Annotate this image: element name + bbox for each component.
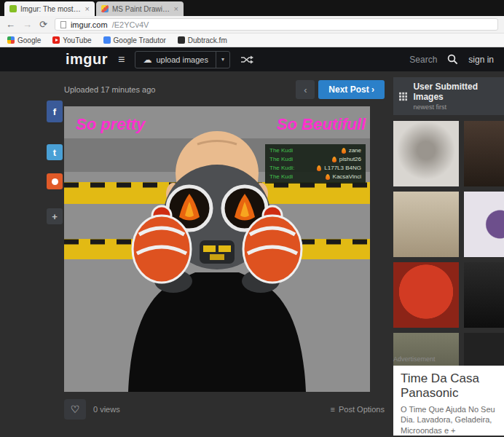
search-input[interactable]: Search	[409, 55, 437, 65]
site-header: imgur ≡ ☁ upload images ▾ Search sign in	[0, 47, 504, 71]
twitter-icon: t	[53, 147, 56, 158]
flame-icon	[317, 165, 321, 171]
bookmark-google[interactable]: Google	[7, 36, 41, 44]
bookmark-label: Dubtrack.fm	[188, 36, 227, 44]
upload-caret-button[interactable]: ▾	[216, 52, 229, 68]
facebook-icon: f	[53, 106, 56, 117]
thumbnail[interactable]	[464, 262, 504, 328]
twitter-share-button[interactable]: t	[47, 144, 63, 160]
upload-timestamp: Uploaded 17 minutes ago	[64, 85, 155, 94]
grid-icon	[399, 92, 407, 101]
google-icon	[7, 36, 15, 44]
chat-overlay: The Kudi zane The Kudi pishut26 The Kudi…	[265, 144, 366, 184]
tab-close-icon[interactable]: ×	[174, 4, 178, 13]
sign-in-button[interactable]: sign in	[468, 55, 494, 65]
chat-line: The Kudi: L177L3 B4NG	[269, 165, 361, 172]
reddit-share-button[interactable]	[47, 173, 63, 189]
post-options-label: Post Options	[339, 405, 385, 414]
youtube-icon	[52, 36, 60, 44]
address-bar[interactable]: imgur.com/E2YCv4V	[55, 18, 498, 31]
chat-user: The Kudi	[269, 156, 329, 163]
url-path: /E2YCv4V	[112, 20, 149, 29]
page-icon	[60, 21, 66, 28]
more-share-button[interactable]: +	[47, 208, 63, 224]
chat-user: The Kudi:	[269, 165, 314, 172]
chat-line: The Kudi zane	[269, 147, 361, 154]
search-icon[interactable]	[447, 54, 458, 65]
flame-icon	[332, 157, 336, 162]
bookmark-dubtrack[interactable]: Dubtrack.fm	[178, 36, 227, 44]
page-content: f t + Uploaded 17 minutes ago ‹ Next Pos…	[0, 71, 504, 437]
ad-title[interactable]: Time Da Casa Panasonic	[401, 371, 503, 400]
gallery-header[interactable]: User Submitted Images newest first	[393, 77, 504, 115]
chat-user: The Kudi	[269, 173, 323, 181]
thumbnail[interactable]	[464, 192, 504, 257]
upload-label: upload images	[156, 55, 208, 64]
post-options-button[interactable]: ≡ Post Options	[331, 405, 385, 414]
tab-close-icon[interactable]: ×	[85, 4, 90, 13]
thumbnail-grid	[393, 121, 504, 366]
view-count: 0 views	[93, 405, 120, 414]
browser-tab-imgur[interactable]: Imgur: The most awesom... ×	[4, 1, 95, 16]
heart-icon: ♡	[71, 403, 80, 415]
chat-name: pishut26	[339, 156, 361, 163]
back-button[interactable]: ←	[6, 20, 15, 29]
next-post-button[interactable]: Next Post ›	[318, 80, 385, 99]
browser-tab-mspaint[interactable]: MS Paint Drawings! - Pag... ×	[96, 1, 184, 16]
dubtrack-icon	[178, 36, 185, 44]
chat-line: The Kudi pishut26	[269, 156, 361, 163]
imgur-favicon-icon	[9, 5, 17, 12]
thumbnail[interactable]	[393, 121, 459, 186]
thumbnail[interactable]	[393, 262, 459, 328]
post-panel: Uploaded 17 minutes ago ‹ Next Post ›	[64, 77, 385, 420]
advertisement-label: Advertisement	[393, 355, 504, 363]
caption-so-beautiful: So Beutifull	[277, 115, 366, 134]
bookmark-label: YouTube	[63, 36, 91, 44]
random-shuffle-icon[interactable]	[240, 55, 253, 64]
facebook-share-button[interactable]: f	[47, 101, 63, 122]
ad-box[interactable]: Time Da Casa Panasonic O Time Que Ajuda …	[393, 366, 504, 436]
bookmark-google-tradutor[interactable]: Google Tradutor	[103, 36, 166, 44]
plus-icon: +	[52, 211, 58, 222]
imgur-logo[interactable]: imgur	[66, 51, 108, 68]
gallery-title: User Submitted Images	[413, 82, 498, 102]
translate-icon	[103, 36, 111, 44]
thumbnail[interactable]	[464, 121, 504, 186]
flame-icon	[342, 148, 346, 154]
refresh-button[interactable]: ⟳	[39, 20, 47, 29]
bookmarks-bar: Google YouTube Google Tradutor Dubtrack.…	[0, 34, 504, 47]
post-image[interactable]: So pretty So Beutifull The Kudi zane The…	[64, 106, 370, 392]
tab-title: Imgur: The most awesom...	[20, 5, 82, 13]
favorite-button[interactable]: ♡	[64, 399, 86, 420]
bookmark-youtube[interactable]: YouTube	[52, 36, 91, 44]
tab-title: MS Paint Drawings! - Pag...	[112, 5, 170, 13]
paint-favicon-icon	[101, 5, 109, 12]
chat-name: KacsaVinci	[333, 173, 361, 181]
upload-images-button[interactable]: ☁ upload images ▾	[135, 51, 230, 68]
gallery-sort-label: newest first	[413, 103, 498, 111]
gallery-sidebar: User Submitted Images newest first	[393, 77, 504, 366]
url-host: imgur.com	[71, 20, 108, 29]
flame-icon	[326, 174, 330, 180]
ad-body: O Time Que Ajuda No Seu Dia. Lavadora, G…	[401, 404, 503, 436]
browser-toolbar: ← → ⟳ imgur.com/E2YCv4V	[0, 16, 504, 34]
browser-tab-strip: Imgur: The most awesom... × MS Paint Dra…	[0, 0, 504, 16]
ad-section: Advertisement Time Da Casa Panasonic O T…	[393, 355, 504, 436]
thumbnail[interactable]	[393, 192, 459, 257]
chat-name: zane	[349, 147, 361, 154]
bookmark-label: Google	[17, 36, 41, 44]
forward-button[interactable]: →	[23, 20, 32, 29]
upload-cloud-icon: ☁	[143, 55, 151, 65]
bookmark-label: Google Tradutor	[114, 36, 166, 44]
list-icon: ≡	[331, 405, 335, 414]
caption-so-pretty: So pretty	[76, 115, 145, 134]
previous-post-button[interactable]: ‹	[296, 80, 315, 99]
chat-name: L177L3 B4NG	[324, 165, 361, 172]
menu-icon[interactable]: ≡	[118, 53, 125, 66]
chat-user: The Kudi	[269, 147, 339, 154]
reddit-icon	[52, 178, 58, 185]
chat-line: The Kudi KacsaVinci	[269, 173, 361, 181]
